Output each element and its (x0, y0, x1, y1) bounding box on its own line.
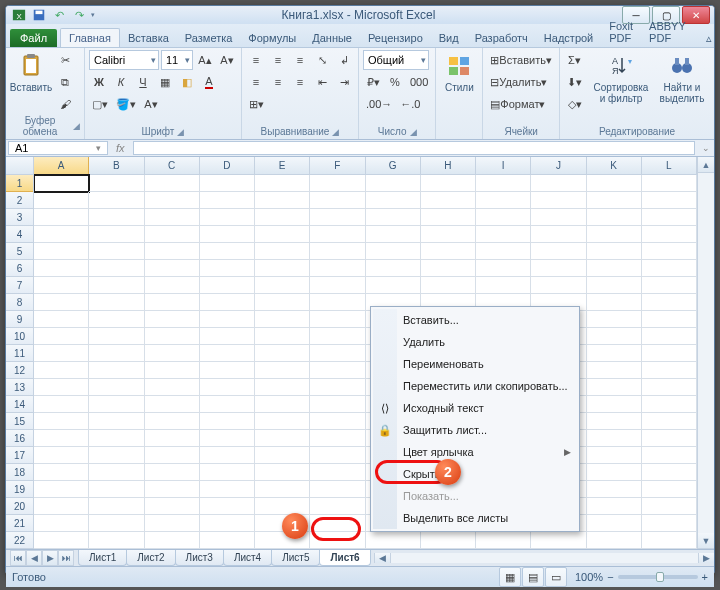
cell[interactable] (200, 481, 255, 498)
cell[interactable] (366, 243, 421, 260)
cell[interactable] (366, 532, 421, 549)
orientation-button[interactable]: ⤡ (312, 50, 332, 70)
cell[interactable] (642, 515, 697, 532)
delete-cells-button[interactable]: ⊟ Удалить ▾ (487, 72, 550, 92)
tab-foxit[interactable]: Foxit PDF (601, 17, 641, 47)
cell[interactable] (145, 447, 200, 464)
font-launcher-icon[interactable]: ◢ (177, 127, 184, 137)
row-header[interactable]: 1 (6, 175, 33, 192)
wrap-text-button[interactable]: ↲ (334, 50, 354, 70)
row-header[interactable]: 22 (6, 532, 33, 549)
cell[interactable] (587, 277, 642, 294)
borders-button[interactable]: ▢▾ (89, 94, 111, 114)
cut-button[interactable]: ✂ (55, 50, 75, 70)
cell[interactable] (642, 532, 697, 549)
cell[interactable] (34, 379, 89, 396)
fill-color-button[interactable]: ◧ (177, 72, 197, 92)
cell[interactable] (34, 311, 89, 328)
cell[interactable] (587, 328, 642, 345)
cell[interactable] (200, 430, 255, 447)
hscroll-left-icon[interactable]: ◀ (375, 553, 391, 563)
cell[interactable] (34, 447, 89, 464)
cell[interactable] (89, 413, 144, 430)
cell[interactable] (310, 243, 365, 260)
cell[interactable] (642, 192, 697, 209)
tab-developer[interactable]: Разработч (467, 29, 536, 47)
cell[interactable] (476, 532, 531, 549)
sheet-tab[interactable]: Лист5 (271, 550, 320, 566)
row-header[interactable]: 9 (6, 311, 33, 328)
scroll-track[interactable] (698, 173, 714, 533)
cell[interactable] (145, 430, 200, 447)
cell[interactable] (34, 277, 89, 294)
cell[interactable] (89, 345, 144, 362)
cell[interactable] (145, 192, 200, 209)
cell[interactable] (89, 311, 144, 328)
row-header[interactable]: 10 (6, 328, 33, 345)
row-header[interactable]: 19 (6, 481, 33, 498)
cell[interactable] (310, 209, 365, 226)
cell[interactable] (34, 345, 89, 362)
row-header[interactable]: 17 (6, 447, 33, 464)
cell[interactable] (531, 243, 586, 260)
cell[interactable] (34, 328, 89, 345)
cell[interactable] (200, 345, 255, 362)
cell[interactable] (34, 175, 89, 192)
cell[interactable] (587, 311, 642, 328)
increase-indent-button[interactable]: ⇥ (334, 72, 354, 92)
cell[interactable] (310, 311, 365, 328)
sheet-tab[interactable]: Лист4 (223, 550, 272, 566)
cell[interactable] (310, 362, 365, 379)
align-right-button[interactable]: ≡ (290, 72, 310, 92)
cell[interactable] (642, 464, 697, 481)
cell[interactable] (145, 379, 200, 396)
cell[interactable] (200, 396, 255, 413)
cell[interactable] (421, 192, 476, 209)
cell[interactable] (642, 430, 697, 447)
cell[interactable] (587, 430, 642, 447)
column-header[interactable]: F (310, 157, 365, 174)
cell[interactable] (587, 379, 642, 396)
cell[interactable] (255, 260, 310, 277)
merge-button[interactable]: ⊞▾ (246, 94, 267, 114)
cell[interactable] (531, 532, 586, 549)
cell[interactable] (255, 175, 310, 192)
cell[interactable] (421, 277, 476, 294)
cell[interactable] (421, 175, 476, 192)
cell[interactable] (145, 226, 200, 243)
formula-expand-icon[interactable]: ⌄ (697, 140, 714, 156)
cell[interactable] (34, 481, 89, 498)
cell[interactable] (34, 226, 89, 243)
cell[interactable] (255, 192, 310, 209)
cell[interactable] (34, 498, 89, 515)
cell[interactable] (310, 226, 365, 243)
percent-button[interactable]: % (385, 72, 405, 92)
cell[interactable] (89, 328, 144, 345)
column-header[interactable]: G (366, 157, 421, 174)
fx-icon[interactable]: fx (116, 142, 125, 154)
cell[interactable] (145, 464, 200, 481)
column-header[interactable]: H (421, 157, 476, 174)
copy-button[interactable]: ⧉ (55, 72, 75, 92)
tab-view[interactable]: Вид (431, 29, 467, 47)
cell[interactable] (145, 277, 200, 294)
format-painter-button[interactable]: 🖌 (55, 94, 75, 114)
cell[interactable] (642, 498, 697, 515)
cell[interactable] (366, 192, 421, 209)
cell[interactable] (145, 345, 200, 362)
cell[interactable] (642, 209, 697, 226)
cell[interactable] (34, 192, 89, 209)
row-header[interactable]: 12 (6, 362, 33, 379)
cell[interactable] (34, 413, 89, 430)
sheet-tab[interactable]: Лист6 (319, 550, 370, 566)
row-header[interactable]: 3 (6, 209, 33, 226)
cell[interactable] (531, 192, 586, 209)
cell[interactable] (587, 345, 642, 362)
cell[interactable] (145, 294, 200, 311)
column-header[interactable]: D (200, 157, 255, 174)
tab-addins[interactable]: Надстрой (536, 29, 601, 47)
shrink-font-button[interactable]: A▾ (217, 50, 237, 70)
cell[interactable] (366, 209, 421, 226)
context-menu-item[interactable]: Удалить (373, 331, 577, 353)
column-header[interactable]: K (587, 157, 642, 174)
